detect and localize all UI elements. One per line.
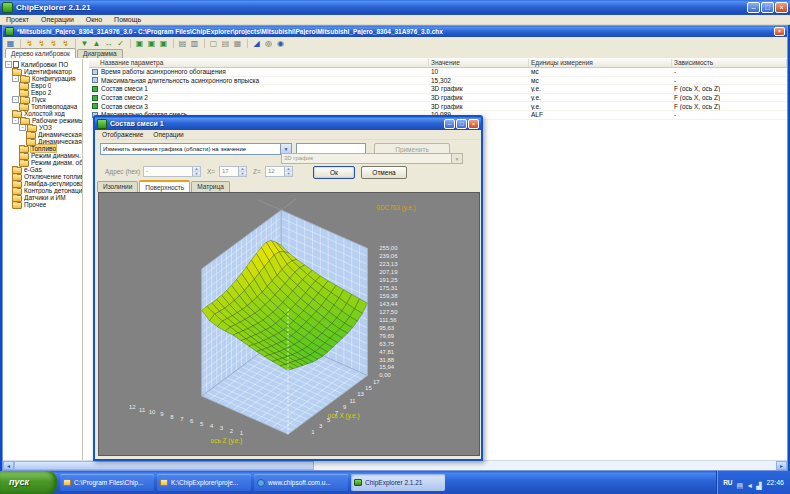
chip-transfer-icon[interactable]: ↔ bbox=[103, 38, 114, 49]
task-button-label: www.chipsoft.com.u... bbox=[268, 479, 331, 486]
tree-item-6[interactable]: Топливоподача bbox=[3, 103, 82, 110]
chart-icon[interactable]: ◢ bbox=[251, 38, 262, 49]
tab-matrix[interactable]: Матрица bbox=[191, 181, 230, 192]
table-row[interactable]: Состав смеси 23D графику.е.F (ось X, ось… bbox=[89, 94, 787, 103]
chip-verify-icon[interactable]: ✓ bbox=[115, 38, 126, 49]
table-row[interactable]: Время работы асинхронного обогащения10мс… bbox=[89, 68, 787, 77]
spinner-buttons[interactable]: ▲▼ bbox=[284, 167, 292, 176]
surface-plot-area[interactable]: 255,00239,06223,13207,19191,25175,31159,… bbox=[98, 192, 480, 456]
start-button[interactable]: пуск bbox=[0, 471, 57, 494]
spinner-buttons[interactable]: ▲▼ bbox=[238, 167, 246, 176]
tree-item-14[interactable]: Режим динам. обог. bbox=[3, 159, 82, 166]
param-units: у.е. bbox=[529, 94, 672, 101]
tree-item-1[interactable]: Идентификатор bbox=[3, 68, 82, 75]
chevron-down-icon: ▼ bbox=[451, 154, 462, 163]
dialog-maximize-button[interactable]: □ bbox=[456, 119, 467, 129]
param-value: 3D график bbox=[429, 103, 529, 110]
mdi-close-button[interactable]: × bbox=[774, 27, 785, 36]
tree-expander-icon[interactable]: - bbox=[5, 61, 12, 68]
language-indicator[interactable]: RU bbox=[723, 479, 732, 486]
chip-icon-1[interactable]: ▣ bbox=[134, 38, 145, 49]
tree-item-16[interactable]: Отключение топливопод bbox=[3, 173, 82, 180]
tree-item-11[interactable]: Динамическая кор bbox=[3, 138, 82, 145]
param-units: у.е. bbox=[529, 85, 672, 92]
menu-help[interactable]: Помощь bbox=[108, 15, 147, 24]
horizontal-scrollbar[interactable]: ◄ ► bbox=[3, 460, 787, 470]
minimize-button[interactable]: – bbox=[747, 2, 760, 13]
col-name[interactable]: Название параметра bbox=[89, 59, 429, 67]
spinner-buttons[interactable]: ▲▼ bbox=[192, 167, 200, 176]
task-explorer-1[interactable]: C:\Program Files\Chip... bbox=[60, 474, 154, 491]
tab-diagram[interactable]: Диаграмма bbox=[77, 49, 123, 58]
tree-expander-icon[interactable]: - bbox=[12, 96, 19, 103]
chip-download-icon[interactable]: ▼ bbox=[79, 38, 90, 49]
address-spinner[interactable]: - ▲▼ bbox=[143, 166, 201, 177]
menu-window[interactable]: Окно bbox=[80, 15, 108, 24]
network-icon[interactable]: ▟ bbox=[756, 482, 761, 489]
tree-item-7[interactable]: Холостой ход bbox=[3, 110, 82, 117]
tree-item-12[interactable]: Топливо bbox=[3, 145, 82, 152]
info-icon[interactable]: ◉ bbox=[275, 38, 286, 49]
tree-item-15[interactable]: e-Gas bbox=[3, 166, 82, 173]
volume-icon[interactable]: ◄ bbox=[746, 482, 753, 489]
tree-item-4[interactable]: Евро 2 bbox=[3, 89, 82, 96]
tree-item-0[interactable]: -Калибровки ПО bbox=[3, 61, 82, 68]
scroll-left-icon[interactable]: ◄ bbox=[3, 461, 14, 470]
tree-expander-icon[interactable]: - bbox=[12, 117, 19, 124]
window-icon-1[interactable]: ▢ bbox=[208, 38, 219, 49]
tab-calibration-tree[interactable]: Дерево калибровок bbox=[5, 48, 76, 58]
tab-isolines[interactable]: Изолинии bbox=[97, 181, 138, 192]
scroll-right-icon[interactable]: ► bbox=[776, 461, 787, 470]
window-icon-3[interactable]: ▦ bbox=[232, 38, 243, 49]
menu-display[interactable]: Отображение bbox=[97, 130, 148, 139]
action-combo[interactable]: Изменить значения графика (области) на з… bbox=[100, 143, 292, 155]
tree-item-10[interactable]: Динамическая кор bbox=[3, 131, 82, 138]
col-dependency[interactable]: Зависимость bbox=[672, 59, 787, 67]
tree-expander-icon[interactable]: - bbox=[12, 75, 19, 82]
address-label: Адрес (hex) bbox=[105, 168, 140, 175]
tree-item-9[interactable]: -УОЗ bbox=[3, 124, 82, 131]
menu-operations[interactable]: Операции bbox=[35, 15, 80, 24]
window-icon-2[interactable]: ▤ bbox=[220, 38, 231, 49]
dialog-minimize-button[interactable]: – bbox=[444, 119, 455, 129]
dialog-close-button[interactable]: × bbox=[468, 119, 479, 129]
tree-item-19[interactable]: Датчики и ИМ bbox=[3, 194, 82, 201]
paste-icon[interactable]: ▥ bbox=[189, 38, 200, 49]
tree-item-20[interactable]: Прочее bbox=[3, 201, 82, 208]
task-chipexplorer[interactable]: ChipExplorer 2.1.21 bbox=[351, 474, 445, 491]
table-row[interactable]: Состав смеси 33D графику.е.F (ось X, ось… bbox=[89, 102, 787, 111]
close-button[interactable]: × bbox=[775, 2, 788, 13]
tree-item-3[interactable]: Евро 0 bbox=[3, 82, 82, 89]
menu-operations-dialog[interactable]: Операции bbox=[148, 130, 188, 139]
maximize-button[interactable]: □ bbox=[761, 2, 774, 13]
tree-item-5[interactable]: -Пуск bbox=[3, 96, 82, 103]
system-tray: RU ▤◄▟ 22:46 bbox=[716, 471, 790, 494]
tree-item-18[interactable]: Контроль детонации bbox=[3, 187, 82, 194]
tree-item-17[interactable]: Лямбда-регулирование bbox=[3, 180, 82, 187]
chip-icon-3[interactable]: ▣ bbox=[158, 38, 169, 49]
tree-item-8[interactable]: -Рабочие режимы bbox=[3, 117, 82, 124]
chip-icon-2[interactable]: ▣ bbox=[146, 38, 157, 49]
z-spinner[interactable]: 12 ▲▼ bbox=[265, 166, 293, 177]
cancel-button[interactable]: Отмена bbox=[361, 166, 407, 179]
col-units[interactable]: Единицы измерения bbox=[529, 59, 672, 67]
graph-type-combo[interactable]: 3D график ▼ bbox=[281, 153, 463, 164]
table-row[interactable]: Максимальная длительность асинхронного в… bbox=[89, 77, 787, 86]
copy-icon[interactable]: ▤ bbox=[177, 38, 188, 49]
tree-item-2[interactable]: -Конфигурация bbox=[3, 75, 82, 82]
tab-surface[interactable]: Поверхность bbox=[139, 180, 190, 192]
task-browser[interactable]: www.chipsoft.com.u... bbox=[254, 474, 348, 491]
tray-icons: ▤◄▟ bbox=[737, 474, 765, 492]
ok-button[interactable]: Ок bbox=[313, 166, 355, 179]
x-spinner[interactable]: 17 ▲▼ bbox=[219, 166, 247, 177]
tree-item-13[interactable]: Режим динамич. обед bbox=[3, 152, 82, 159]
scrollbar-thumb[interactable] bbox=[14, 461, 314, 470]
task-explorer-2[interactable]: K:\ChipExplorer\proje... bbox=[157, 474, 251, 491]
keyboard-icon[interactable]: ▤ bbox=[737, 482, 744, 489]
col-value[interactable]: Значение bbox=[429, 59, 529, 67]
chip-upload-icon[interactable]: ▲ bbox=[91, 38, 102, 49]
menu-project[interactable]: Проект bbox=[0, 15, 35, 24]
search-icon[interactable]: ◎ bbox=[263, 38, 274, 49]
table-row[interactable]: Состав смеси 13D графику.е.F (ось X, ось… bbox=[89, 85, 787, 94]
tree-expander-icon[interactable]: - bbox=[19, 124, 26, 131]
